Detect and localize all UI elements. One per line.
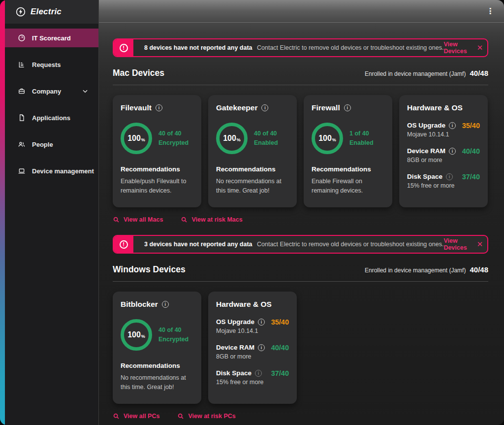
gatekeeper-card: Gatekeeper i 100% 40 of 40 Enabled Recom…	[208, 95, 297, 207]
alert-icon: !	[120, 44, 128, 52]
sidebar-item-label: Company	[32, 88, 61, 95]
hardware-os-card-mac: Hardware & OS OS Upgradei Mojave 10.14.1…	[399, 95, 488, 207]
sidebar-nav: IT Scorecard Requests Company	[5, 24, 98, 184]
enrolled-value: 40/48	[470, 69, 488, 77]
info-icon[interactable]: i	[156, 104, 162, 111]
hw-label: Disk Space	[407, 173, 442, 180]
sidebar-item-requests[interactable]: Requests	[5, 51, 98, 78]
card-title: Firewall	[312, 103, 340, 112]
section-header-mac: Mac Devices Enrolled in device managemen…	[113, 68, 488, 85]
card-title: Hardware & OS	[407, 103, 463, 112]
hw-label: OS Upgrade	[407, 122, 445, 129]
gauge-label: 40 of 40 Enabled	[254, 129, 278, 148]
percent-value: 100	[318, 134, 332, 143]
close-icon[interactable]: ✕	[477, 240, 483, 249]
gauge-label: 1 of 40 Enabled	[349, 129, 374, 148]
close-icon[interactable]: ✕	[477, 43, 483, 52]
hw-row-device-ram: Device RAMi 8GB or more 40/40	[216, 344, 289, 360]
recommendations-text: No recommendations at this time. Great j…	[121, 373, 193, 392]
view-devices-link[interactable]: View Devices	[443, 237, 467, 251]
hardware-os-card-windows: Hardware & OS OS Upgradei Mojave 10.14.1…	[208, 292, 297, 404]
info-icon[interactable]: i	[258, 344, 265, 351]
windows-links-row: View all PCs View at risk PCs	[113, 413, 488, 420]
sidebar-item-company[interactable]: Company	[5, 78, 98, 104]
info-icon[interactable]: i	[258, 319, 265, 326]
recommendations-text: Enable Firewall on remaining devices.	[312, 177, 384, 196]
search-icon	[113, 413, 120, 420]
view-devices-link[interactable]: View Devices	[443, 41, 467, 55]
view-at-risk-pcs-link[interactable]: View at risk PCs	[177, 413, 235, 420]
alert-badge: !	[114, 39, 133, 56]
hw-value: 40/40	[271, 344, 289, 352]
briefcase-icon	[18, 87, 26, 95]
percent-ring: 100%	[121, 319, 152, 351]
windows-cards-row: Bitblocker i 100% 40 of 40 Encrypted Rec…	[113, 292, 488, 404]
sidebar-item-label: IT Scorecard	[32, 34, 71, 42]
laptop-icon	[18, 167, 26, 175]
percent-sign: %	[237, 137, 241, 142]
people-icon	[18, 140, 26, 148]
recommendations-title: Recommendations	[121, 362, 193, 369]
alert-banner: ! 8 devices have not reported any data C…	[113, 38, 488, 57]
sidebar-item-label: Requests	[32, 61, 61, 68]
view-all-macs-link[interactable]: View all Macs	[113, 216, 163, 223]
hw-sub: 8GB or more	[216, 353, 265, 360]
section-header-windows: Windows Devices Enrolled in device manag…	[113, 264, 488, 282]
card-title: Filevault	[121, 103, 152, 112]
hw-label: Device RAM	[407, 147, 445, 155]
content: ! 8 devices have not reported any data C…	[99, 23, 504, 425]
hw-value: 37/40	[462, 173, 480, 181]
hw-label: Device RAM	[216, 344, 254, 351]
view-at-risk-macs-link[interactable]: View at risk Macs	[181, 216, 242, 223]
search-icon	[181, 216, 188, 223]
bitblocker-card: Bitblocker i 100% 40 of 40 Encrypted Rec…	[113, 292, 201, 404]
percent-value: 100	[127, 134, 141, 143]
alert-message: 3 devices have not reported any data Con…	[144, 241, 443, 248]
hw-label: Disk Space	[216, 369, 252, 377]
brand-logo: Electric	[5, 0, 98, 24]
requests-icon	[18, 61, 26, 68]
hw-sub: Mojave 10.14.1	[216, 327, 265, 334]
info-icon[interactable]: i	[344, 104, 351, 111]
brand-name: Electric	[31, 7, 62, 17]
view-all-pcs-link[interactable]: View all PCs	[113, 413, 159, 420]
percent-value: 100	[127, 330, 141, 339]
info-icon[interactable]: i	[449, 122, 456, 129]
recommendations-text: No recommendations at this time. Great j…	[216, 177, 289, 196]
sidebar-item-people[interactable]: People	[5, 131, 98, 158]
info-icon[interactable]: i	[446, 173, 453, 180]
alert-banner: ! 3 devices have not reported any data C…	[113, 235, 488, 254]
recommendations-title: Recommendations	[216, 165, 289, 173]
info-icon[interactable]: i	[162, 301, 169, 308]
app-window: Electric IT Scorecard Requests Company	[0, 0, 504, 425]
info-icon[interactable]: i	[261, 104, 268, 111]
sidebar-item-applications[interactable]: Applications	[5, 104, 98, 131]
card-title: Gatekeeper	[216, 103, 257, 112]
alert-bold-text: 3 devices have not reported any data	[144, 241, 252, 248]
section-title: Windows Devices	[113, 264, 186, 275]
enrolled-label: Enrolled in device management (Jamf)	[365, 70, 466, 77]
gauge-icon	[18, 34, 26, 42]
alert-icon: !	[120, 240, 128, 249]
hw-value: 35/40	[271, 318, 289, 326]
recommendations-text: Enable/push Filevault to remainins devic…	[121, 177, 193, 196]
percent-ring: 100%	[312, 123, 343, 154]
kebab-menu-icon[interactable]: ⋮	[486, 7, 494, 15]
sidebar-item-it-scorecard[interactable]: IT Scorecard	[5, 29, 98, 47]
gauge-label: 40 of 40 Encrypted	[158, 129, 189, 148]
sidebar-item-device-management[interactable]: Device management	[5, 158, 98, 184]
info-icon[interactable]: i	[449, 148, 456, 155]
alert-message: 8 devices have not reported any data Con…	[144, 44, 443, 51]
enrolled-value: 40/48	[470, 265, 488, 274]
chevron-down-icon[interactable]	[82, 88, 89, 95]
info-icon[interactable]: i	[255, 370, 262, 377]
hw-value: 40/40	[462, 147, 480, 155]
percent-ring: 100%	[216, 123, 248, 154]
hw-row-os-upgrade: OS Upgradei Mojave 10.14.1 35/40	[216, 318, 289, 334]
percent-sign: %	[332, 137, 336, 142]
alert-badge: !	[114, 236, 133, 253]
card-title: Hardware & OS	[216, 300, 272, 309]
brand-gradient-strip	[0, 0, 5, 425]
search-icon	[113, 216, 120, 223]
section-title: Mac Devices	[113, 68, 164, 78]
